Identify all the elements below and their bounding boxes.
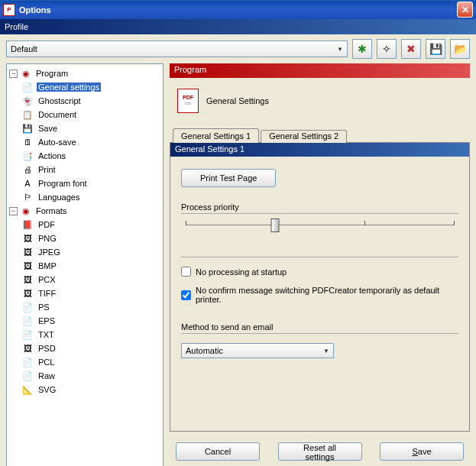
profile-select[interactable]: Default [6, 40, 348, 57]
tree-item-actions[interactable]: 📑Actions [20, 149, 160, 163]
slider-thumb[interactable] [270, 218, 279, 232]
txt-icon: 📄 [21, 328, 34, 341]
panel-header: General Settings 1 [170, 143, 469, 157]
content-title-row: PDF ≈≈ General Settings [170, 78, 470, 128]
save-icon: 💾 [21, 122, 34, 134]
tree-item-auto-save[interactable]: 🗓Auto-save [20, 135, 160, 149]
ps-icon: 📄 [21, 301, 34, 313]
profile-folder-button[interactable]: 📂 [450, 39, 470, 59]
no-processing-label: No processing at startup [196, 267, 287, 277]
collapse-icon[interactable]: − [9, 207, 18, 215]
tree-item-tiff[interactable]: 🖼TIFF [20, 286, 160, 300]
tree-item-label: PCX [37, 275, 57, 284]
tree-item-ghostscript[interactable]: 👻Ghostscript [20, 94, 160, 108]
psd-icon: 🖼 [21, 342, 34, 354]
tree-item-label: Document [37, 110, 78, 119]
tree-item-svg[interactable]: 📐SVG [20, 383, 160, 396]
tree-item-raw[interactable]: 📄Raw [20, 369, 160, 383]
tree-item-label: Actions [37, 151, 67, 160]
tree-item-save[interactable]: 💾Save [20, 121, 160, 135]
tree-item-label: EPS [37, 316, 57, 325]
collapse-icon[interactable]: − [9, 70, 18, 78]
program-icon: ◉ [20, 67, 32, 79]
profile-delete-button[interactable]: ✖ [401, 39, 421, 59]
actions-icon: 📑 [21, 150, 34, 162]
tree-item-label: PSD [37, 344, 57, 353]
eps-icon: 📄 [21, 315, 34, 327]
png-icon: 🖼 [21, 232, 34, 244]
tree-item-label: Ghostscript [37, 96, 83, 105]
tree-item-document[interactable]: 📋Document [20, 108, 160, 121]
profile-duplicate-button[interactable]: ✧ [377, 39, 397, 59]
tree-item-label: Languages [37, 193, 81, 202]
languages-icon: 🏳 [21, 191, 34, 203]
jpeg-icon: 🖼 [21, 246, 34, 258]
window-titlebar: P Options ✕ [0, 0, 476, 19]
profile-section-header: Profile [0, 19, 476, 34]
tree-item-label: JPEG [37, 248, 62, 257]
tree-item-jpeg[interactable]: 🖼JPEG [20, 245, 160, 259]
settings-tabs: General Settings 1 General Settings 2 [170, 128, 470, 143]
tree-item-png[interactable]: 🖼PNG [20, 231, 160, 245]
tree-item-txt[interactable]: 📄TXT [20, 328, 160, 341]
tree-item-pcl[interactable]: 📄PCL [20, 355, 160, 369]
content-section-title: General Settings [206, 96, 269, 105]
tree-item-label: Print [37, 165, 57, 174]
reset-all-button[interactable]: Reset all settings [278, 442, 362, 461]
tree-item-pcx[interactable]: 🖼PCX [20, 273, 160, 286]
tree-item-label: PDF [37, 220, 57, 229]
tree-item-eps[interactable]: 📄EPS [20, 314, 160, 328]
tree-item-label: Save [37, 124, 59, 133]
tab-general-settings-2[interactable]: General Settings 2 [261, 130, 347, 143]
tree-item-label: PCL [37, 358, 56, 367]
divider [181, 257, 458, 257]
tree-item-label: Auto-save [37, 138, 78, 147]
auto-save-icon: 🗓 [21, 136, 34, 148]
profile-add-button[interactable]: ✱ [352, 39, 372, 59]
tree-item-label: BMP [37, 261, 58, 270]
divider [181, 333, 458, 334]
bmp-icon: 🖼 [21, 260, 34, 272]
profile-save-button[interactable]: 💾 [426, 39, 445, 59]
tree-item-languages[interactable]: 🏳Languages [20, 190, 160, 204]
tree-item-ps[interactable]: 📄PS [20, 300, 160, 314]
tree-root-formats-label: Formats [34, 206, 68, 215]
tree-root-program[interactable]: − ◉ Program [9, 66, 160, 80]
tab-general-settings-1[interactable]: General Settings 1 [173, 128, 259, 143]
tree-item-label: TXT [37, 330, 56, 339]
tree-item-label: General settings [37, 83, 101, 92]
tree-item-print[interactable]: 🖨Print [20, 163, 160, 176]
no-confirm-checkbox[interactable] [181, 290, 191, 300]
pdf-icon: 📕 [21, 218, 34, 231]
no-processing-checkbox[interactable] [181, 267, 191, 277]
save-button[interactable]: Save [380, 442, 464, 461]
raw-icon: 📄 [21, 370, 34, 382]
email-method-label: Method to send an email [181, 322, 458, 332]
formats-icon: ◉ [20, 205, 32, 217]
ghostscript-icon: 👻 [21, 95, 34, 107]
email-method-value: Automatic [186, 346, 223, 355]
tree-item-label: Raw [37, 371, 57, 380]
pcl-icon: 📄 [21, 356, 34, 368]
app-icon: P [3, 4, 15, 16]
tree-item-psd[interactable]: 🖼PSD [20, 341, 160, 355]
tree-item-pdf[interactable]: 📕PDF [20, 218, 160, 231]
tree-item-general-settings[interactable]: 📄General settings [20, 80, 160, 94]
process-priority-slider[interactable] [186, 225, 454, 241]
document-icon: 📋 [21, 108, 34, 121]
tree-root-formats[interactable]: − ◉ Formats [9, 204, 160, 218]
program-font-icon: A [21, 177, 34, 189]
close-button[interactable]: ✕ [457, 2, 473, 18]
pdf-icon: PDF ≈≈ [177, 89, 199, 113]
tiff-icon: 🖼 [21, 287, 34, 299]
tree-item-program-font[interactable]: AProgram font [20, 176, 160, 190]
print-test-page-button[interactable]: Print Test Page [181, 169, 276, 187]
cancel-button[interactable]: Cancel [176, 442, 260, 461]
profile-toolbar: Default ✱ ✧ ✖ 💾 📂 [0, 34, 476, 63]
tree-root-program-label: Program [34, 69, 70, 78]
svg-icon: 📐 [21, 383, 34, 396]
process-priority-label: Process priority [181, 202, 458, 212]
tree-item-bmp[interactable]: 🖼BMP [20, 259, 160, 273]
email-method-select[interactable]: Automatic [181, 343, 334, 358]
content-section-header: Program [170, 63, 470, 78]
